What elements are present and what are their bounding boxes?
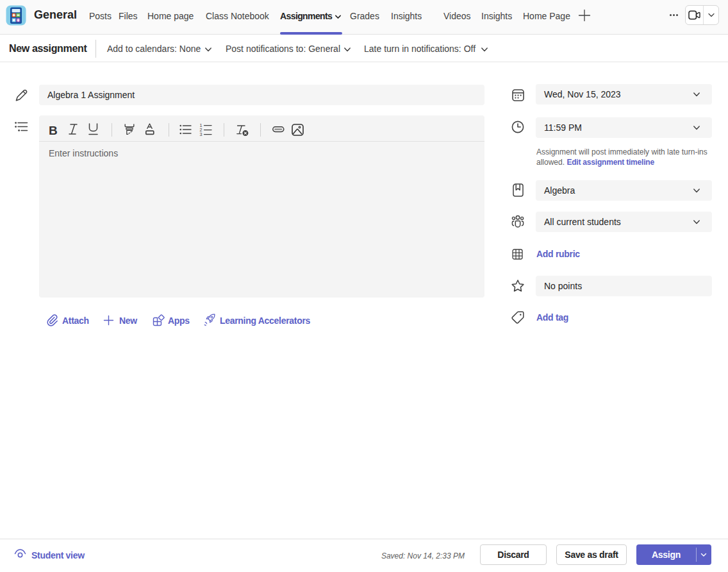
svg-text:3: 3 (199, 131, 202, 137)
